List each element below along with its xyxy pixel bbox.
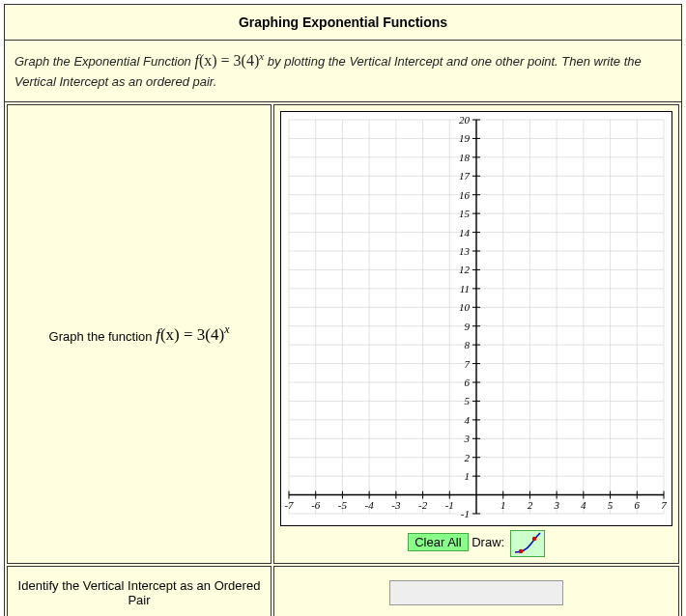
svg-text:-6: -6 <box>311 498 321 510</box>
answer-cell <box>273 566 679 616</box>
svg-text:1: 1 <box>500 498 506 510</box>
svg-text:-7: -7 <box>284 498 294 510</box>
svg-text:-4: -4 <box>365 498 375 510</box>
svg-text:3: 3 <box>553 498 559 510</box>
svg-text:9: 9 <box>465 321 471 332</box>
svg-text:5: 5 <box>608 498 614 510</box>
svg-point-109 <box>519 549 523 553</box>
table-row: Graph the function f(x) = 3(4)x -7-6-5-4… <box>7 104 679 564</box>
svg-text:4: 4 <box>465 414 471 426</box>
svg-text:15: 15 <box>459 208 471 219</box>
svg-text:11: 11 <box>460 283 470 294</box>
svg-text:17: 17 <box>459 170 471 182</box>
svg-text:-5: -5 <box>338 498 348 510</box>
svg-text:13: 13 <box>459 245 471 257</box>
graph-prompt-text: Graph the function <box>49 328 157 343</box>
graph-prompt-formula: f(x) = 3(4)x <box>156 325 229 344</box>
clear-all-button[interactable]: Clear All <box>408 533 468 551</box>
draw-tool-exponential-button[interactable] <box>510 530 545 557</box>
svg-text:7: 7 <box>465 357 471 369</box>
svg-text:6: 6 <box>465 377 471 388</box>
svg-text:-1: -1 <box>461 508 470 519</box>
instructions-formula: f(x) = 3(4)x <box>194 52 264 69</box>
svg-text:2: 2 <box>528 498 533 510</box>
svg-text:18: 18 <box>459 152 471 163</box>
svg-point-110 <box>532 537 536 541</box>
svg-text:6: 6 <box>635 498 641 510</box>
svg-text:7: 7 <box>661 498 667 510</box>
svg-text:-3: -3 <box>391 498 401 510</box>
svg-text:-2: -2 <box>418 498 428 510</box>
svg-text:1: 1 <box>465 470 471 482</box>
svg-text:3: 3 <box>464 433 471 444</box>
svg-text:8: 8 <box>465 339 471 350</box>
question-title: Graphing Exponential Functions <box>5 5 681 41</box>
svg-text:14: 14 <box>459 226 471 238</box>
graph-controls: Clear All Draw: <box>280 530 672 557</box>
svg-text:10: 10 <box>459 301 471 313</box>
svg-text:-1: -1 <box>445 498 454 510</box>
graph-canvas[interactable]: -7-6-5-4-3-2-11234567-112345678910111213… <box>280 111 672 526</box>
question-container: Graphing Exponential Functions Graph the… <box>4 4 682 616</box>
question-instructions: Graph the Exponential Function f(x) = 3(… <box>5 41 681 102</box>
svg-text:20: 20 <box>459 114 471 126</box>
graph-prompt-cell: Graph the function f(x) = 3(4)x <box>7 104 272 564</box>
exponential-curve-icon <box>511 531 544 556</box>
vertical-intercept-prompt: Identify the Vertical Intercept as an Or… <box>7 566 272 616</box>
svg-text:5: 5 <box>465 395 471 406</box>
instructions-text-pre: Graph the Exponential Function <box>14 54 194 69</box>
graph-cell: -7-6-5-4-3-2-11234567-112345678910111213… <box>273 104 679 564</box>
svg-text:4: 4 <box>581 498 586 510</box>
svg-text:12: 12 <box>459 264 471 275</box>
svg-text:16: 16 <box>459 189 471 201</box>
svg-text:2: 2 <box>465 452 471 463</box>
vertical-intercept-input[interactable] <box>389 580 563 605</box>
content-table: Graph the function f(x) = 3(4)x -7-6-5-4… <box>5 102 681 616</box>
svg-text:19: 19 <box>459 132 471 144</box>
draw-label: Draw: <box>472 535 504 549</box>
table-row: Identify the Vertical Intercept as an Or… <box>7 566 679 616</box>
coordinate-grid[interactable]: -7-6-5-4-3-2-11234567-112345678910111213… <box>283 114 670 519</box>
